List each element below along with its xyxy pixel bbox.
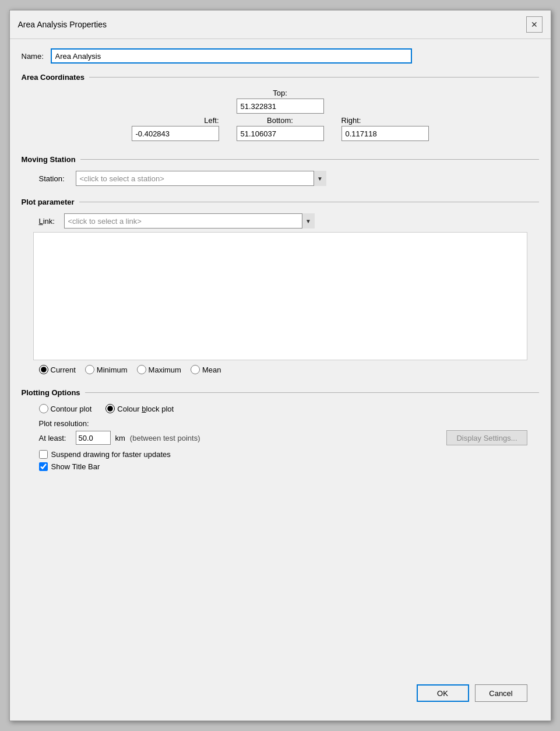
radio-maximum[interactable]: Maximum: [137, 365, 181, 374]
plotting-options-section: Plotting Options Contour plot Colour blo…: [22, 388, 539, 475]
plot-resolution-section: Plot resolution: At least: km (between t…: [39, 419, 539, 445]
right-group: Right:: [341, 116, 429, 141]
station-row: Station: <click to select a station> ▼: [39, 171, 539, 186]
link-dropdown[interactable]: <click to select a link>: [64, 213, 315, 229]
button-row: OK Cancel: [22, 676, 539, 711]
moving-station-header: Moving Station: [22, 155, 539, 164]
bottom-input[interactable]: [237, 126, 324, 141]
name-label: Name:: [22, 52, 45, 61]
top-row: Top:: [237, 89, 324, 114]
radio-minimum[interactable]: Minimum: [85, 365, 128, 374]
title-bar: Area Analysis Properties ✕: [10, 10, 551, 39]
moving-station-section: Moving Station Station: <click to select…: [22, 155, 539, 189]
plotting-options-header: Plotting Options: [22, 388, 539, 397]
plot-parameter-line: [79, 202, 539, 202]
atleast-unit: km: [115, 434, 125, 442]
link-dropdown-wrapper[interactable]: <click to select a link> ▼: [64, 213, 315, 229]
area-coordinates-label: Area Coordinates: [22, 73, 84, 82]
left-group: Left:: [132, 116, 219, 141]
left-label: Left:: [204, 116, 219, 125]
display-settings-button[interactable]: Display Settings...: [446, 430, 527, 445]
radio-current-input[interactable]: [39, 365, 48, 374]
station-dropdown-wrapper[interactable]: <click to select a station> ▼: [76, 171, 326, 186]
radio-colour-block-plot[interactable]: Colour block plot: [105, 404, 174, 413]
atleast-desc: (between test points): [130, 434, 200, 442]
suspend-drawing-label: Suspend drawing for faster updates: [51, 450, 171, 459]
radio-mean-input[interactable]: [191, 365, 200, 374]
radio-mean-label: Mean: [202, 366, 221, 374]
show-title-bar-checkbox[interactable]: [39, 462, 48, 471]
ok-button[interactable]: OK: [417, 684, 469, 702]
bottom-label: Bottom:: [267, 116, 293, 125]
radio-mean[interactable]: Mean: [191, 365, 221, 374]
link-row: Link: <click to select a link> ▼: [39, 213, 539, 229]
radio-minimum-input[interactable]: [85, 365, 94, 374]
atleast-row: At least: km (between test points) Displ…: [39, 430, 539, 445]
right-label: Right:: [341, 116, 361, 125]
plot-parameter-section: Plot parameter Link: <click to select a …: [22, 198, 539, 378]
suspend-drawing-checkbox[interactable]: [39, 450, 48, 459]
coords-grid: Top: Left: Bottom: Right:: [22, 89, 539, 141]
suspend-drawing-row: Suspend drawing for faster updates: [39, 450, 539, 459]
moving-station-line: [80, 159, 539, 160]
radio-current[interactable]: Current: [39, 365, 76, 374]
dialog-body: Name: Area Coordinates Top: Left:: [10, 39, 551, 721]
show-title-bar-row: Show Title Bar: [39, 462, 539, 471]
name-row: Name:: [22, 48, 539, 64]
plotting-options-label: Plotting Options: [22, 388, 80, 397]
close-button[interactable]: ✕: [526, 16, 543, 33]
radio-contour-label: Contour plot: [51, 405, 92, 413]
dialog-title: Area Analysis Properties: [18, 20, 107, 29]
link-field-label: Link:: [39, 217, 59, 226]
top-label: Top:: [273, 89, 287, 97]
radio-contour-plot[interactable]: Contour plot: [39, 404, 92, 413]
atleast-label: At least:: [39, 434, 71, 442]
radio-colour-block-input[interactable]: [105, 404, 115, 413]
plot-parameter-label: Plot parameter: [22, 198, 75, 206]
area-coordinates-line: [89, 77, 539, 78]
name-input[interactable]: [51, 48, 412, 64]
moving-station-label: Moving Station: [22, 155, 76, 164]
area-coordinates-header: Area Coordinates: [22, 73, 539, 82]
plotting-options-line: [85, 392, 539, 393]
bottom-group: Bottom:: [237, 116, 324, 141]
radio-maximum-label: Maximum: [149, 366, 181, 374]
radio-colour-block-label: Colour block plot: [117, 405, 174, 413]
atleast-input[interactable]: [76, 431, 111, 445]
area-coordinates-section: Area Coordinates Top: Left: Bottom:: [22, 73, 539, 146]
top-input[interactable]: [237, 99, 324, 114]
plot-parameter-header: Plot parameter: [22, 198, 539, 206]
plot-area-box: [33, 232, 527, 360]
right-input[interactable]: [341, 126, 429, 141]
radio-contour-input[interactable]: [39, 404, 48, 413]
station-dropdown[interactable]: <click to select a station>: [76, 171, 326, 186]
left-input[interactable]: [132, 126, 219, 141]
radio-maximum-input[interactable]: [137, 365, 146, 374]
radio-minimum-label: Minimum: [97, 366, 128, 374]
station-field-label: Station:: [39, 174, 71, 183]
plot-resolution-label: Plot resolution:: [39, 419, 539, 428]
dialog: Area Analysis Properties ✕ Name: Area Co…: [9, 10, 551, 721]
show-title-bar-label: Show Title Bar: [51, 462, 100, 471]
radio-current-label: Current: [51, 366, 76, 374]
cancel-button[interactable]: Cancel: [475, 684, 527, 702]
coords-middle-row: Left: Bottom: Right:: [132, 116, 429, 141]
plot-value-radio-row: Current Minimum Maximum Mean: [39, 365, 539, 374]
plot-type-row: Contour plot Colour block plot: [39, 404, 539, 413]
